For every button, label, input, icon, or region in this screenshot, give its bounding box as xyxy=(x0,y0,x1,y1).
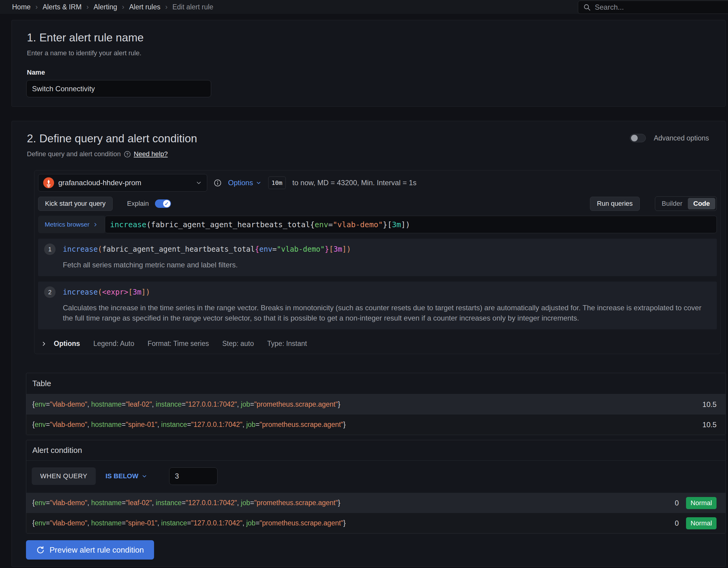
top-nav-bar: Home › Alerts & IRM › Alerting › Alert r… xyxy=(0,0,728,14)
advanced-options-toggle[interactable] xyxy=(630,134,646,142)
toggle-knob: ✓ xyxy=(163,200,170,207)
alert-condition-title: Alert condition xyxy=(26,440,726,461)
time-range-summary: to now, MD = 43200, Min. Interval = 1s xyxy=(292,179,417,187)
need-help-link[interactable]: Need help? xyxy=(134,150,168,159)
explain-step-number: 1 xyxy=(44,244,56,255)
search-input[interactable] xyxy=(595,3,728,11)
section2-subtitle-text: Define query and alert condition xyxy=(27,150,121,159)
query-options-dropdown[interactable]: Options xyxy=(228,179,262,187)
series-value: 0 xyxy=(675,499,679,507)
alert-condition-panel: Alert condition WHEN QUERY IS BELOW {env… xyxy=(26,440,726,534)
datasource-name: grafanacloud-hhdev-prom xyxy=(58,179,191,187)
datasource-picker[interactable]: grafanacloud-hhdev-prom xyxy=(38,174,207,192)
advanced-options-label: Advanced options xyxy=(654,134,709,142)
section1-title: 1. Enter alert rule name xyxy=(27,31,725,44)
search-icon xyxy=(583,3,591,11)
chevron-down-icon xyxy=(141,473,147,479)
breadcrumb-separator: › xyxy=(122,3,124,11)
query-expression: increase(fabric_agent_agent_heartbeats_t… xyxy=(110,220,410,229)
operator-dropdown[interactable]: IS BELOW xyxy=(105,472,147,480)
promql-expression-input[interactable]: increase(fabric_agent_agent_heartbeats_t… xyxy=(105,216,717,233)
chevron-right-icon xyxy=(92,222,98,228)
alert-result-row: {env="vlab-demo", hostname="leaf-02", in… xyxy=(26,493,726,513)
option-type: Type: Instant xyxy=(267,340,307,348)
explain-toggle[interactable]: ✓ xyxy=(155,199,171,208)
breadcrumb-home[interactable]: Home xyxy=(12,3,31,11)
explain-description: Calculates the increase in the time seri… xyxy=(63,303,706,323)
prometheus-icon xyxy=(43,177,54,188)
table-rows: {env="vlab-demo", hostname="leaf-02", in… xyxy=(26,394,726,435)
series-labels: {env="vlab-demo", hostname="leaf-02", in… xyxy=(32,499,675,507)
breadcrumb-separator: › xyxy=(86,3,89,11)
operator-label: IS BELOW xyxy=(105,472,138,480)
threshold-input[interactable] xyxy=(169,467,217,485)
state-badge: Normal xyxy=(686,517,717,529)
info-icon[interactable] xyxy=(214,179,221,187)
option-step: Step: auto xyxy=(222,340,254,348)
explain-description: Fetch all series matching metric name an… xyxy=(63,260,706,270)
options-expander[interactable]: Options xyxy=(40,340,80,348)
breadcrumb-alert-rules[interactable]: Alert rules xyxy=(129,3,160,11)
explain-label: Explain xyxy=(127,200,149,208)
table-panel-title: Table xyxy=(26,373,726,394)
section2-subtitle: Define query and alert condition ? Need … xyxy=(27,150,725,159)
alert-rule-name-input[interactable] xyxy=(26,80,211,97)
section2-title: 2. Define query and alert condition xyxy=(27,132,725,145)
option-format: Format: Time series xyxy=(147,340,209,348)
table-row: {env="vlab-demo", hostname="leaf-02", in… xyxy=(26,394,726,415)
svg-text:?: ? xyxy=(126,152,128,156)
explain-toggle-group: Explain ✓ xyxy=(127,199,171,208)
search-box[interactable] xyxy=(578,1,728,14)
breadcrumb-alerts-irm[interactable]: Alerts & IRM xyxy=(43,3,82,11)
query-input-row: Metrics browser increase(fabric_agent_ag… xyxy=(38,216,717,233)
kick-start-query-button[interactable]: Kick start your query xyxy=(38,197,113,211)
when-query-selector[interactable]: WHEN QUERY xyxy=(32,467,96,485)
alert-condition-controls: WHEN QUERY IS BELOW xyxy=(26,461,726,493)
builder-mode-tab[interactable]: Builder xyxy=(656,198,688,209)
advanced-options-row: Advanced options xyxy=(630,134,709,142)
breadcrumb-current: Edit alert rule xyxy=(172,3,214,11)
metrics-browser-button[interactable]: Metrics browser xyxy=(38,216,105,233)
option-legend: Legend: Auto xyxy=(93,340,134,348)
explain-step-number: 2 xyxy=(44,286,56,298)
series-value: 10.5 xyxy=(702,400,717,409)
breadcrumb-separator: › xyxy=(35,3,38,11)
state-badge: Normal xyxy=(686,497,717,509)
query-toolbar-right: Run queries Builder Code xyxy=(590,196,717,211)
query-editor-card: grafanacloud-hhdev-prom Options 10m to n… xyxy=(34,170,721,354)
series-labels: {env="vlab-demo", hostname="spine-01", i… xyxy=(32,519,675,527)
series-labels: {env="vlab-demo", hostname="leaf-02", in… xyxy=(32,400,702,408)
preview-alert-rule-button[interactable]: Preview alert rule condition xyxy=(26,540,154,560)
section-define-query-and-alert-condition: Advanced options 2. Define query and ale… xyxy=(11,121,726,567)
series-value: 10.5 xyxy=(702,421,717,429)
series-labels: {env="vlab-demo", hostname="spine-01", i… xyxy=(32,421,702,429)
explain-code: increase(<expr>[3m]) xyxy=(63,288,150,296)
name-field-label: Name xyxy=(27,69,725,76)
table-results-panel: Table {env="vlab-demo", hostname="leaf-0… xyxy=(26,373,726,435)
query-options-summary-row: Options Legend: Auto Format: Time series… xyxy=(38,335,717,350)
breadcrumb-separator: › xyxy=(165,3,168,11)
explain-list: 1increase(fabric_agent_agent_heartbeats_… xyxy=(38,239,717,329)
query-toolbar: Kick start your query Explain ✓ Run quer… xyxy=(38,196,717,211)
section1-subtitle: Enter a name to identify your alert rule… xyxy=(27,49,725,58)
explain-panel: 2increase(<expr>[3m])Calculates the incr… xyxy=(38,282,717,329)
table-row: {env="vlab-demo", hostname="spine-01", i… xyxy=(26,415,726,435)
options-expander-label: Options xyxy=(54,340,80,348)
refresh-icon xyxy=(36,546,45,554)
run-queries-button[interactable]: Run queries xyxy=(590,197,640,211)
code-mode-tab[interactable]: Code xyxy=(688,198,715,209)
help-circle-icon: ? xyxy=(124,151,131,158)
section-enter-alert-rule-name: 1. Enter alert rule name Enter a name to… xyxy=(11,20,726,107)
chevron-right-icon xyxy=(40,340,47,347)
alert-rows: {env="vlab-demo", hostname="leaf-02", in… xyxy=(26,493,726,533)
metrics-browser-label: Metrics browser xyxy=(45,221,89,228)
time-range-badge[interactable]: 10m xyxy=(268,176,286,189)
chevron-down-icon xyxy=(195,179,202,186)
editor-mode-switch: Builder Code xyxy=(655,196,717,211)
preview-button-label: Preview alert rule condition xyxy=(50,545,144,555)
chevron-down-icon xyxy=(256,180,262,186)
datasource-row: grafanacloud-hhdev-prom Options 10m to n… xyxy=(38,174,717,192)
breadcrumb: Home › Alerts & IRM › Alerting › Alert r… xyxy=(12,3,213,11)
query-options-label: Options xyxy=(228,179,253,187)
breadcrumb-alerting[interactable]: Alerting xyxy=(94,3,117,11)
